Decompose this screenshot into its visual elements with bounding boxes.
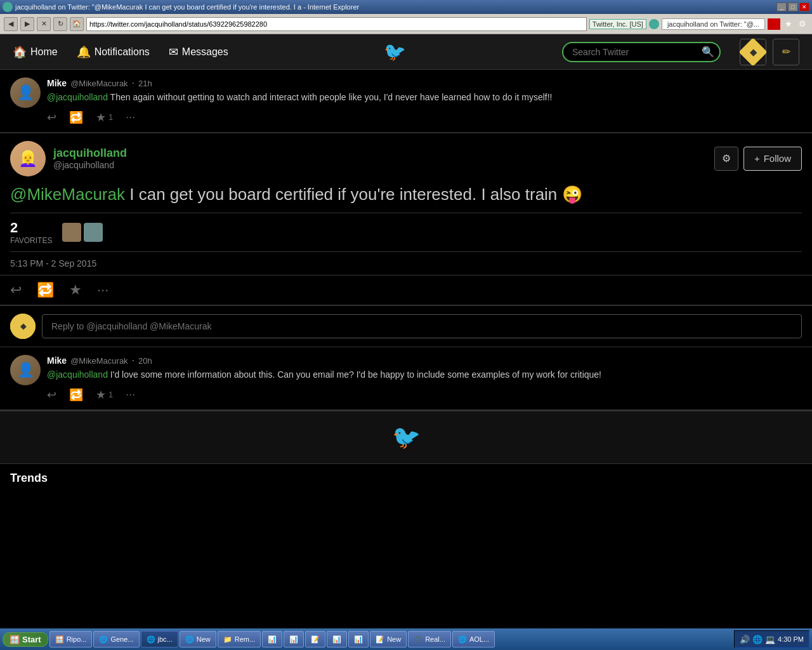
url-text: https://twitter.com/jacquiholland/status… [89,20,267,28]
start-button[interactable]: 🪟 Start [3,632,48,647]
diamond-icon-btn[interactable]: ◆ [740,39,766,65]
follow-label: Follow [764,153,791,164]
url-bar[interactable]: https://twitter.com/jacquiholland/status… [86,17,587,31]
taskbar-tray: 🔊 🌐 💻 4:30 PM [734,630,809,648]
taskbar-item-1[interactable]: 🪟 Ripo... [49,631,93,647]
browser-addon-icon1[interactable] [649,19,659,29]
taskbar-item-12[interactable]: 🎵 Real... [408,631,451,647]
maximize-button[interactable]: □ [788,3,798,11]
nav-icons-right: ★ ⚙ [783,18,808,30]
taskbar-item-7[interactable]: 📊 [284,631,304,647]
close-button[interactable]: ✕ [799,3,809,11]
tweet-1-name: Mike [47,78,67,88]
taskbar-item-9[interactable]: 📊 [327,631,347,647]
back-button[interactable]: ◀ [4,17,18,31]
tweet-2-text: @jacquiholland I'd love some more inform… [47,369,802,381]
reply-footer-action[interactable]: ↩ [10,282,22,298]
follow-button[interactable]: + Follow [743,147,802,171]
reply-action-2[interactable]: ↩ [47,388,56,402]
favorites-section: 2 FAVORITES [10,213,802,252]
taskbar-item-6[interactable]: 📊 [262,631,282,647]
tweet-1-actions: ↩ 🔁 ★ 1 ··· [47,110,802,124]
tray-icon-3[interactable]: 💻 [765,635,775,644]
tray-icon-2[interactable]: 🌐 [752,635,763,644]
like-action-2[interactable]: ★ 1 [96,388,113,402]
tweet-1-body: Mike @MikeMacurak · 21h @jacquiholland T… [47,77,802,124]
stop-button[interactable]: ✕ [37,17,51,31]
notifications-icon: 🔔 [77,45,91,59]
taskbar-item-3[interactable]: 🌐 jbc... [141,631,178,647]
like-action-1[interactable]: ★ 1 [96,110,113,124]
like-footer-action[interactable]: ★ [69,282,82,298]
taskbar-item-11[interactable]: 📝 New [370,631,407,647]
gear-button[interactable]: ⚙ [714,147,738,171]
taskbar-icon-6: 📊 [268,635,277,644]
home-nav[interactable]: 🏠 Home [13,45,58,59]
browser-tab-close[interactable] [768,18,780,30]
main-tweet-wrapper: 👱‍♀️ jacquiholland @jacquiholland ⚙ + Fo… [0,133,812,307]
search-input[interactable] [562,42,721,62]
reply-input[interactable] [42,314,802,338]
tweet-2: 👤 Mike @MikeMacurak · 20h @jacquiholland… [0,347,812,410]
taskbar-icon-11: 📝 [376,635,384,644]
main-tweet-right-actions: ⚙ + Follow [714,147,802,171]
favorites-avatars [62,223,103,242]
taskbar-new-label-2: New [387,635,401,643]
retweet-footer-action[interactable]: 🔁 [37,282,54,298]
main-tweet-user: 👱‍♀️ jacquiholland @jacquiholland [10,141,707,176]
main-tweet-name[interactable]: jacquiholland [53,147,127,160]
twitter-nav: 🏠 Home 🔔 Notifications ✉ Messages 🐦 🔍 ◆ … [0,34,812,70]
taskbar-item-10[interactable]: 📊 [348,631,369,647]
main-tweet-header: 👱‍♀️ jacquiholland @jacquiholland ⚙ + Fo… [0,133,812,182]
follow-icon: + [754,153,760,164]
tray-icon-1[interactable]: 🔊 [740,635,750,644]
diamond-shape: ◆ [738,37,767,66]
messages-label: Messages [182,46,228,58]
more-action-2[interactable]: ··· [126,388,135,402]
minimize-button[interactable]: _ [776,3,787,11]
more-footer-action[interactable]: ··· [97,282,108,298]
tweet-1-mention[interactable]: @jacquiholland [47,92,108,102]
title-bar: jacquiholland on Twitter: "@MikeMacurak … [0,0,812,14]
main-tweet-handle: @jacquiholland [53,160,127,170]
retweet-action-1[interactable]: 🔁 [69,110,83,124]
taskbar-item-2[interactable]: 🌐 Gene... [93,631,139,647]
title-bar-buttons: _ □ ✕ [776,3,809,11]
search-container: 🔍 [562,42,714,62]
reply-avatar: ◆ [10,314,36,339]
taskbar-item-4[interactable]: 🌐 New [180,631,216,647]
browser-tab[interactable]: jacquiholland on Twitter: "@... [662,18,765,30]
footer-bird-icon: 🐦 [392,424,421,451]
forward-button[interactable]: ▶ [20,17,34,31]
home-button[interactable]: 🏠 [70,17,84,31]
title-bar-text: jacquiholland on Twitter: "@MikeMacurak … [15,3,776,11]
tray-time: 4:30 PM [778,635,804,643]
reply-action-1[interactable]: ↩ [47,110,56,124]
tools-icon[interactable]: ⚙ [797,18,808,30]
taskbar-icon-7: 📊 [289,635,298,644]
reply-diamond-inner: ◆ [20,322,26,331]
tweet-container-2: 👤 Mike @MikeMacurak · 20h @jacquiholland… [0,347,812,411]
messages-nav[interactable]: ✉ Messages [169,45,228,59]
taskbar-item-13[interactable]: 🌐 AOL... [452,631,495,647]
taskbar-item-5[interactable]: 📁 Rem... [218,631,261,647]
main-tweet-mention[interactable]: @MikeMacurak [10,185,125,204]
retweet-action-2[interactable]: 🔁 [69,388,83,402]
page-content: 👤 Mike @MikeMacurak · 21h @jacquiholland… [0,70,812,628]
compose-button[interactable]: ✏ [773,39,799,65]
taskbar-icon-5: 📁 [223,635,232,644]
tweet-2-mention[interactable]: @jacquiholland [47,369,108,380]
tweet-2-name: Mike [47,355,67,366]
notifications-nav[interactable]: 🔔 Notifications [77,45,150,59]
main-tweet-user-info: jacquiholland @jacquiholland [53,147,127,170]
refresh-button[interactable]: ↻ [53,17,67,31]
more-action-1[interactable]: ··· [126,110,135,124]
twitter-bird-icon: 🐦 [384,41,406,62]
favorites-icon[interactable]: ★ [783,18,794,30]
taskbar-item-8[interactable]: 📝 [305,631,325,647]
tweet-2-body: Mike @MikeMacurak · 20h @jacquiholland I… [47,355,802,402]
home-label: Home [30,46,58,58]
search-button[interactable]: 🔍 [702,46,714,58]
tweet-1-text: @jacquiholland Then again without gettin… [47,91,802,104]
main-tweet-timestamp: 5:13 PM - 2 Sep 2015 [0,252,812,275]
